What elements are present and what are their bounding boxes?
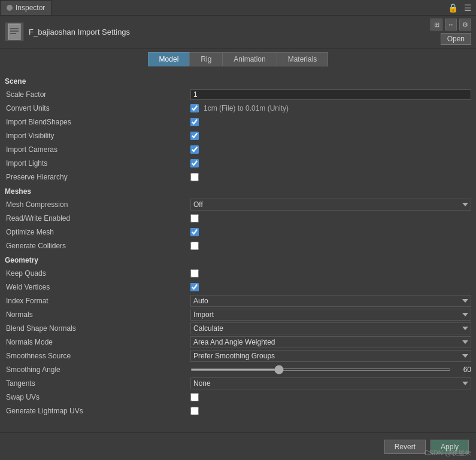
mesh-compression-control: Off Low Medium High bbox=[190, 199, 471, 211]
tangents-dropdown[interactable]: Import Calculate Mikk Calculate Legacy C… bbox=[190, 377, 471, 389]
optimize-mesh-row: Optimize Mesh bbox=[5, 226, 471, 239]
tab-indicator bbox=[7, 5, 13, 11]
blend-shape-normals-control: Import Calculate None bbox=[190, 322, 471, 334]
mesh-compression-label: Mesh Compression bbox=[5, 200, 190, 209]
normals-mode-dropdown[interactable]: Area And Angle Weighted Unweighted Area … bbox=[190, 336, 471, 348]
preserve-hierarchy-row: Preserve Hierarchy bbox=[5, 170, 471, 184]
normals-mode-control: Area And Angle Weighted Unweighted Area … bbox=[190, 336, 471, 348]
keep-quads-checkbox[interactable] bbox=[190, 269, 199, 278]
convert-units-checkbox[interactable] bbox=[190, 104, 199, 112]
header-left: F_bajiaoshan Import Settings bbox=[5, 22, 130, 41]
import-blend-shapes-control bbox=[190, 118, 471, 126]
swap-uvs-control bbox=[190, 393, 471, 401]
import-cameras-checkbox[interactable] bbox=[190, 145, 199, 154]
blend-shape-normals-label: Blend Shape Normals bbox=[5, 324, 190, 333]
blend-shape-normals-dropdown[interactable]: Import Calculate None bbox=[190, 322, 471, 334]
scale-factor-control bbox=[190, 89, 471, 100]
normals-mode-label: Normals Mode bbox=[5, 338, 190, 346]
revert-button[interactable]: Revert bbox=[384, 440, 426, 454]
mesh-compression-row: Mesh Compression Off Low Medium High bbox=[5, 198, 471, 211]
import-blend-shapes-label: Import BlendShapes bbox=[5, 118, 190, 126]
tab-rig[interactable]: Rig bbox=[189, 52, 222, 66]
normals-control: Import Calculate None bbox=[190, 309, 471, 321]
lock-icon[interactable]: 🔒 bbox=[446, 3, 460, 13]
tangents-row: Tangents Import Calculate Mikk Calculate… bbox=[5, 377, 471, 390]
weld-vertices-control bbox=[190, 283, 471, 291]
scale-factor-row: Scale Factor bbox=[5, 88, 471, 101]
preserve-hierarchy-label: Preserve Hierarchy bbox=[5, 173, 190, 181]
read-write-checkbox[interactable] bbox=[190, 214, 199, 223]
import-blend-shapes-checkbox[interactable] bbox=[190, 118, 199, 126]
file-icon bbox=[5, 22, 24, 41]
smoothing-angle-label: Smoothing Angle bbox=[5, 365, 190, 374]
import-blend-shapes-row: Import BlendShapes bbox=[5, 115, 471, 129]
open-button[interactable]: Open bbox=[441, 33, 471, 45]
convert-units-control: 1cm (File) to 0.01m (Unity) bbox=[190, 104, 471, 112]
meshes-section-title: Meshes bbox=[5, 187, 471, 196]
import-cameras-control bbox=[190, 145, 471, 154]
generate-lightmap-uvs-row: Generate Lightmap UVs bbox=[5, 404, 471, 418]
tab-materials[interactable]: Materials bbox=[277, 52, 329, 66]
weld-vertices-row: Weld Vertices bbox=[5, 281, 471, 294]
preserve-hierarchy-control bbox=[190, 173, 471, 181]
import-visibility-label: Import Visibility bbox=[5, 132, 190, 140]
svg-rect-3 bbox=[10, 33, 16, 34]
import-lights-checkbox[interactable] bbox=[190, 159, 199, 167]
tangents-control: Import Calculate Mikk Calculate Legacy C… bbox=[190, 377, 471, 389]
optimize-mesh-label: Optimize Mesh bbox=[5, 228, 190, 236]
title-actions: 🔒 ☰ bbox=[446, 3, 476, 13]
smoothing-angle-slider[interactable] bbox=[190, 368, 451, 371]
inspector-title: Inspector bbox=[16, 4, 45, 12]
convert-units-label: Convert Units bbox=[5, 104, 190, 112]
settings-icon[interactable]: ⚙ bbox=[459, 19, 471, 31]
weld-vertices-checkbox[interactable] bbox=[190, 283, 199, 291]
index-format-label: Index Format bbox=[5, 297, 190, 305]
header-icons: ⊞ ↔ ⚙ bbox=[430, 19, 471, 31]
weld-vertices-label: Weld Vertices bbox=[5, 283, 190, 291]
scale-factor-label: Scale Factor bbox=[5, 90, 190, 99]
generate-colliders-control bbox=[190, 242, 471, 250]
index-format-control: Auto 16 bits 32 bits bbox=[190, 295, 471, 307]
swap-uvs-label: Swap UVs bbox=[5, 393, 190, 401]
smoothness-source-control: Prefer Smoothing Groups From Smoothing G… bbox=[190, 350, 471, 362]
smoothness-source-row: Smoothness Source Prefer Smoothing Group… bbox=[5, 349, 471, 362]
keep-quads-control bbox=[190, 269, 471, 278]
import-visibility-control bbox=[190, 132, 471, 140]
smoothing-angle-control: 60 bbox=[190, 365, 471, 374]
generate-colliders-label: Generate Colliders bbox=[5, 242, 190, 250]
import-lights-label: Import Lights bbox=[5, 159, 190, 167]
preserve-hierarchy-checkbox[interactable] bbox=[190, 173, 199, 181]
scale-factor-input[interactable] bbox=[190, 89, 471, 100]
tab-model[interactable]: Model bbox=[148, 52, 190, 66]
import-visibility-checkbox[interactable] bbox=[190, 132, 199, 140]
geometry-section-title: Geometry bbox=[5, 256, 471, 264]
smoothness-source-dropdown[interactable]: Prefer Smoothing Groups From Smoothing G… bbox=[190, 350, 471, 362]
normals-dropdown[interactable]: Import Calculate None bbox=[190, 309, 471, 321]
read-write-control bbox=[190, 214, 471, 223]
transform-icon[interactable]: ↔ bbox=[445, 19, 457, 31]
import-lights-control bbox=[190, 159, 471, 167]
inspector-tab[interactable]: Inspector bbox=[0, 0, 51, 15]
optimize-mesh-control bbox=[190, 228, 471, 236]
read-write-row: Read/Write Enabled bbox=[5, 212, 471, 225]
bottom-bar: Revert Apply CSDN @吱屋朱 bbox=[0, 432, 476, 460]
header-right: ⊞ ↔ ⚙ Open bbox=[430, 19, 471, 45]
generate-colliders-checkbox[interactable] bbox=[190, 242, 199, 250]
mesh-compression-dropdown[interactable]: Off Low Medium High bbox=[190, 199, 471, 211]
tangents-label: Tangents bbox=[5, 379, 190, 388]
scene-section-title: Scene bbox=[5, 77, 471, 86]
optimize-mesh-checkbox[interactable] bbox=[190, 228, 199, 236]
swap-uvs-checkbox[interactable] bbox=[190, 393, 199, 401]
select-icon[interactable]: ⊞ bbox=[430, 19, 442, 31]
normals-row: Normals Import Calculate None bbox=[5, 308, 471, 321]
convert-units-hint: 1cm (File) to 0.01m (Unity) bbox=[204, 104, 289, 112]
tab-animation[interactable]: Animation bbox=[222, 52, 276, 66]
index-format-dropdown[interactable]: Auto 16 bits 32 bits bbox=[190, 295, 471, 307]
menu-icon[interactable]: ☰ bbox=[462, 3, 474, 13]
normals-label: Normals bbox=[5, 310, 190, 319]
generate-lightmap-uvs-checkbox[interactable] bbox=[190, 407, 199, 415]
index-format-row: Index Format Auto 16 bits 32 bits bbox=[5, 294, 471, 307]
import-cameras-row: Import Cameras bbox=[5, 143, 471, 156]
import-cameras-label: Import Cameras bbox=[5, 145, 190, 154]
smoothness-source-label: Smoothness Source bbox=[5, 352, 190, 360]
